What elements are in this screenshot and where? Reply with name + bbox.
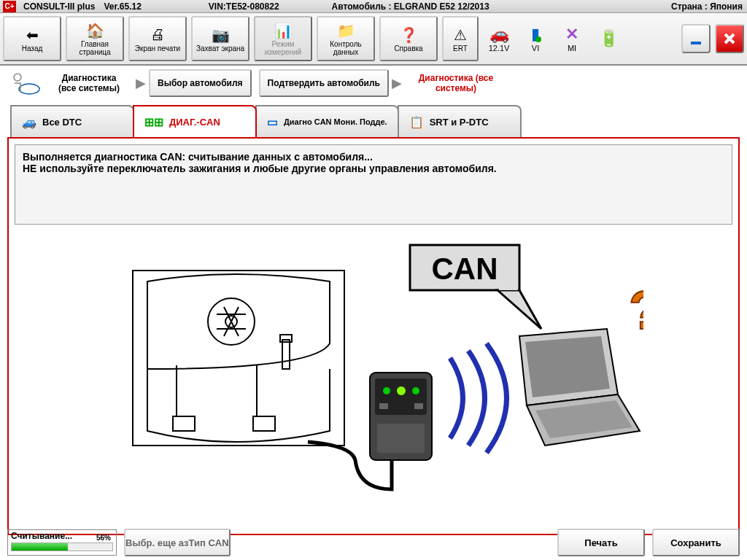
app-name: CONSULT-III plus (19, 1, 99, 12)
title-bar: C+ CONSULT-III plus Ver.65.12 VIN:TE52-0… (0, 0, 747, 13)
svg-point-10 (412, 387, 419, 394)
bc-vehicle-select-button[interactable]: Выбор автомобиля (149, 69, 252, 97)
breadcrumb: Диагностика (все системы) ▶ Выбор автомо… (0, 66, 747, 101)
minimize-button[interactable] (681, 24, 711, 53)
mechanic-car-icon (7, 70, 41, 96)
progress-percent: 56% (96, 534, 111, 542)
progress-box: Считывание... 56% (7, 529, 117, 556)
mi-status: ✕ MI (556, 25, 588, 52)
warning-icon: ⚠ (454, 26, 467, 44)
can-diagram: CAN ? (15, 230, 732, 515)
bc-step-2-label: Выбор автомобиля (150, 75, 250, 91)
data-icon: 📁 (337, 21, 355, 40)
can-label-text: CAN (432, 252, 498, 286)
ert-label: ERT (453, 44, 468, 52)
svg-rect-12 (414, 403, 423, 409)
car-icon: 🚗 (489, 25, 509, 44)
message-box: Выполняется диагностика CAN: считывание … (15, 144, 732, 225)
country-label: Страна : Япония (667, 1, 747, 12)
can-network-icon: ⊞⊞ (144, 115, 163, 129)
mi-label: MI (568, 44, 576, 52)
battery-icon: 🔋 (599, 29, 619, 48)
vi-label: VI (532, 44, 539, 52)
svg-rect-0 (691, 42, 701, 44)
printer-icon: 🖨 (150, 26, 165, 44)
vehicle-label: Автомобиль : ELGRAND E52 12/2013 (328, 1, 494, 12)
tab-diagno-can-monitor[interactable]: ▭ Диагно CAN Мони. Подде. (255, 105, 399, 137)
app-version: Ver.65.12 (99, 1, 145, 12)
tab-diag-can-label: ДИАГ.-CAN (169, 117, 220, 128)
help-button[interactable]: ❓ Справка (379, 16, 438, 61)
vin-label: VIN:TE52-080822 (204, 1, 284, 12)
print-screen-label: Экран печати (135, 44, 180, 52)
svg-point-2 (14, 74, 21, 81)
back-button[interactable]: ⬅ Назад (3, 16, 61, 61)
svg-point-9 (397, 386, 406, 395)
print-screen-button[interactable]: 🖨 Экран печати (128, 16, 187, 61)
progress-fill (12, 543, 68, 551)
vi-icon: ▮ (531, 25, 540, 44)
measure-label: Режим измерений (255, 40, 311, 56)
vi-status: ▮ VI (519, 25, 551, 52)
print-button[interactable]: Печать (557, 529, 645, 556)
home-icon: 🏠 (86, 21, 104, 40)
message-line-1: Выполняется диагностика CAN: считывание … (23, 151, 724, 163)
can-monitor-icon: ▭ (267, 115, 278, 129)
home-button[interactable]: 🏠 Главная страница (66, 16, 124, 61)
data-button[interactable]: 📁 Контроль данных (317, 16, 375, 61)
svg-rect-7 (375, 378, 427, 415)
help-label: Справка (394, 44, 422, 52)
car-dtc-icon: 🚙 (22, 115, 36, 129)
srt-icon: 📋 (409, 115, 424, 129)
content-area: Выполняется диагностика CAN: считывание … (7, 137, 740, 535)
tab-diag-can[interactable]: ⊞⊞ ДИАГ.-CAN (133, 105, 257, 137)
message-line-2: НЕ используйте переключатель зажигания и… (23, 163, 724, 174)
tab-srt-label: SRT и P-DTC (430, 117, 489, 128)
chevron-right-icon: ▶ (136, 75, 146, 91)
voltage-label: 12.1V (489, 44, 510, 52)
bc-step-3-label: Подтвердить автомобиль (260, 75, 387, 91)
capture-button[interactable]: 📷 Захват экрана (191, 16, 249, 61)
chevron-right-icon: ▶ (392, 75, 402, 91)
svg-point-8 (383, 387, 390, 394)
tabs-bar: 🚙 Все DTC ⊞⊞ ДИАГ.-CAN ▭ Диагно CAN Мони… (0, 101, 747, 137)
select-can-type-button[interactable]: Выбр. еще азТип CAN (124, 529, 231, 556)
mi-x-icon: ✕ (565, 25, 578, 44)
bc-step-1: Диагностика (все системы) (45, 70, 133, 96)
svg-rect-13 (377, 424, 425, 453)
svg-point-1 (19, 84, 39, 94)
tab-all-dtc-label: Все DTC (42, 117, 82, 128)
ert-button[interactable]: ⚠ ERT (442, 16, 479, 61)
close-button[interactable] (715, 24, 744, 53)
question-mark-icon: ? (629, 280, 643, 341)
camera-icon: 📷 (212, 26, 230, 44)
voltage-status: 🚗 12.1V (483, 25, 515, 52)
help-icon: ❓ (400, 26, 418, 44)
home-label: Главная страница (67, 40, 123, 56)
back-label: Назад (22, 44, 43, 52)
bc-confirm-vehicle-button[interactable]: Подтвердить автомобиль (259, 69, 389, 97)
battery-status: 🔋 (592, 29, 624, 48)
close-icon (722, 31, 737, 46)
tab-all-dtc[interactable]: 🚙 Все DTC (10, 105, 134, 137)
measure-icon: 📊 (274, 21, 293, 40)
bc-step-4: Диагностика (все системы) (405, 70, 507, 96)
minimize-icon (689, 31, 703, 46)
app-logo-icon: C+ (3, 1, 16, 12)
capture-label: Захват экрана (196, 44, 244, 52)
tab-srt-pdtc[interactable]: 📋 SRT и P-DTC (398, 105, 522, 137)
main-toolbar: ⬅ Назад 🏠 Главная страница 🖨 Экран печат… (0, 13, 747, 66)
footer-bar: Считывание... 56% Выбр. еще азТип CAN Пе… (0, 525, 747, 560)
data-label: Контроль данных (318, 40, 374, 56)
save-button[interactable]: Сохранить (652, 529, 740, 556)
tab-diagno-label: Диагно CAN Мони. Подде. (284, 117, 387, 126)
back-arrow-icon: ⬅ (26, 26, 39, 44)
measure-button: 📊 Режим измерений (254, 16, 312, 61)
svg-rect-11 (379, 403, 388, 409)
diag-person-icon (6, 69, 42, 98)
progress-bar: 56% (11, 542, 113, 551)
can-diagram-svg: CAN ? (104, 241, 643, 504)
